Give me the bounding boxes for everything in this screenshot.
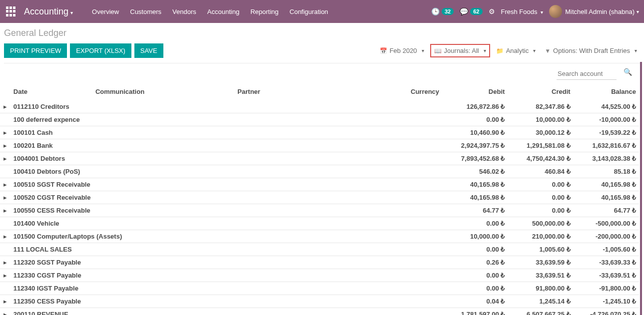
table-row[interactable]: ▸100550 CESS Receivable64.77 ₺0.00 ₺64.7… — [0, 204, 639, 217]
expand-toggle[interactable]: ▸ — [0, 230, 10, 243]
cell-balance: -1,245.10 ₺ — [574, 295, 639, 308]
account-name: 101500 Computer/Laptops (Assets) — [10, 230, 442, 243]
table-row[interactable]: 101400 Vehicle0.00 ₺500,000.00 ₺-500,000… — [0, 217, 639, 230]
cell-balance: 40,165.98 ₺ — [574, 191, 639, 204]
col-currency: Currency — [377, 83, 442, 100]
expand-toggle[interactable]: ▸ — [0, 204, 10, 217]
cell-debit: 2,924,397.75 ₺ — [442, 139, 508, 152]
table-row[interactable]: 100 deferred expence0.00 ₺10,000.00 ₺-10… — [0, 113, 639, 126]
cell-credit: 1,005.60 ₺ — [508, 243, 573, 256]
clock-icon: 🕒 — [431, 7, 440, 15]
cell-credit: 33,639.59 ₺ — [508, 256, 573, 269]
filter-date[interactable]: 📅 Feb 2020 ▾ — [377, 45, 427, 56]
search-input[interactable] — [557, 68, 617, 80]
nav-menu: Overview Customers Vendors Accounting Re… — [87, 5, 333, 18]
company-switcher[interactable]: Fresh Foods ▾ — [501, 8, 544, 15]
expand-toggle[interactable]: ▸ — [0, 178, 10, 191]
cell-debit: 546.02 ₺ — [442, 165, 508, 178]
cell-balance: -4,726,070.25 ₺ — [574, 308, 639, 315]
table-row[interactable]: ▸112350 CESS Payable0.04 ₺1,245.14 ₺-1,2… — [0, 295, 639, 308]
debug-icon[interactable]: ⚙ — [489, 7, 495, 15]
expand-toggle[interactable]: ▸ — [0, 126, 10, 139]
cell-debit: 0.00 ₺ — [442, 269, 508, 282]
expand-toggle[interactable]: ▸ — [0, 295, 10, 308]
col-credit: Credit — [508, 83, 573, 100]
nav-reporting[interactable]: Reporting — [245, 5, 283, 18]
cell-credit: 82,347.86 ₺ — [508, 100, 573, 113]
export-xlsx-button[interactable]: EXPORT (XLSX) — [70, 43, 131, 58]
expand-toggle[interactable]: ▸ — [0, 139, 10, 152]
table-row[interactable]: 112340 IGST Payable0.00 ₺91,800.00 ₺-91,… — [0, 282, 639, 295]
table-row[interactable]: ▸0112110 Creditors126,872.86 ₺82,347.86 … — [0, 100, 639, 113]
table-row[interactable]: ▸1004001 Debtors7,893,452.68 ₺4,750,424.… — [0, 152, 639, 165]
nav-accounting[interactable]: Accounting — [202, 5, 244, 18]
table-row[interactable]: ▸100510 SGST Receivable40,165.98 ₺0.00 ₺… — [0, 178, 639, 191]
messages-button[interactable]: 💬 62 — [460, 7, 482, 15]
account-name: 112340 IGST Payable — [10, 282, 442, 295]
cell-debit: 0.00 ₺ — [442, 217, 508, 230]
cell-balance: -33,639.51 ₺ — [574, 269, 639, 282]
cell-credit: 30,000.12 ₺ — [508, 126, 573, 139]
cell-balance: 64.77 ₺ — [574, 204, 639, 217]
filter-analytic[interactable]: 📁 Analytic ▾ — [493, 45, 539, 56]
cell-credit: 91,800.00 ₺ — [508, 282, 573, 295]
caret-down-icon: ▾ — [637, 9, 639, 14]
expand-toggle — [0, 113, 10, 126]
table-row[interactable]: ▸100520 CGST Receivable40,165.98 ₺0.00 ₺… — [0, 191, 639, 204]
expand-toggle[interactable]: ▸ — [0, 100, 10, 113]
col-communication: Communication — [92, 83, 234, 100]
expand-toggle[interactable]: ▸ — [0, 269, 10, 282]
cell-balance: -200,000.00 ₺ — [574, 230, 639, 243]
table-row[interactable]: ▸112320 SGST Payable0.26 ₺33,639.59 ₺-33… — [0, 256, 639, 269]
user-menu[interactable]: Mitchell Admin (shabna) ▾ — [549, 5, 639, 18]
expand-toggle[interactable]: ▸ — [0, 152, 10, 165]
account-name: 100410 Debtors (PoS) — [10, 165, 442, 178]
table-row[interactable]: 100410 Debtors (PoS)546.02 ₺460.84 ₺85.1… — [0, 165, 639, 178]
expand-toggle[interactable]: ▸ — [0, 256, 10, 269]
cell-debit: 0.04 ₺ — [442, 295, 508, 308]
nav-overview[interactable]: Overview — [87, 5, 124, 18]
nav-right: 🕒 32 💬 62 ⚙ Fresh Foods ▾ Mitchell Admin… — [431, 5, 639, 18]
caret-down-icon: ▾ — [635, 48, 637, 53]
table-row[interactable]: ▸200110 REVENUE1,781,597.00 ₺6,507,667.2… — [0, 308, 639, 315]
ledger-table: Date Communication Partner Currency Debi… — [0, 83, 639, 315]
activity-badge: 32 — [442, 8, 454, 15]
filter-journals[interactable]: 📖 Journals: All ▾ — [430, 44, 490, 57]
nav-vendors[interactable]: Vendors — [167, 5, 201, 18]
page-title: General Ledger — [4, 28, 640, 41]
account-name: 112330 CGST Payable — [10, 269, 442, 282]
book-icon: 📖 — [434, 47, 442, 54]
cell-credit: 1,291,581.08 ₺ — [508, 139, 573, 152]
expand-toggle[interactable]: ▸ — [0, 191, 10, 204]
content[interactable]: 🔍 Date Communication Partner Currency De… — [0, 62, 642, 315]
account-name: 100201 Bank — [10, 139, 442, 152]
table-row[interactable]: ▸100201 Bank2,924,397.75 ₺1,291,581.08 ₺… — [0, 139, 639, 152]
cell-debit: 0.00 ₺ — [442, 243, 508, 256]
expand-toggle[interactable]: ▸ — [0, 308, 10, 315]
save-button[interactable]: SAVE — [134, 43, 163, 58]
apps-icon[interactable] — [5, 5, 17, 17]
expand-toggle — [0, 165, 10, 178]
table-row[interactable]: ▸101500 Computer/Laptops (Assets)10,000.… — [0, 230, 639, 243]
filters: 📅 Feb 2020 ▾ 📖 Journals: All ▾ 📁 Analyti… — [377, 44, 640, 57]
cell-credit: 6,507,667.25 ₺ — [508, 308, 573, 315]
account-name: 100 deferred expence — [10, 113, 442, 126]
search-icon[interactable]: 🔍 — [624, 68, 632, 80]
caret-down-icon: ▾ — [422, 48, 424, 53]
app-title[interactable]: Accounting▾ — [24, 6, 77, 17]
print-preview-button[interactable]: PRINT PREVIEW — [4, 43, 67, 58]
nav-customers[interactable]: Customers — [125, 5, 166, 18]
account-name: 0112110 Creditors — [10, 100, 442, 113]
table-row[interactable]: 111 LOCAL SALES0.00 ₺1,005.60 ₺-1,005.60… — [0, 243, 639, 256]
table-row[interactable]: ▸112330 CGST Payable0.00 ₺33,639.51 ₺-33… — [0, 269, 639, 282]
caret-down-icon: ▾ — [533, 48, 536, 53]
account-name: 100550 CESS Receivable — [10, 204, 442, 217]
account-name: 101400 Vehicle — [10, 217, 442, 230]
nav-configuration[interactable]: Configuration — [285, 5, 333, 18]
caret-down-icon: ▾ — [484, 48, 486, 53]
activity-button[interactable]: 🕒 32 — [431, 7, 454, 15]
expand-toggle — [0, 243, 10, 256]
table-row[interactable]: ▸100101 Cash10,460.90 ₺30,000.12 ₺-19,53… — [0, 126, 639, 139]
cell-debit: 10,000.00 ₺ — [442, 230, 508, 243]
filter-options[interactable]: ▼ Options: With Draft Entries ▾ — [542, 45, 640, 56]
